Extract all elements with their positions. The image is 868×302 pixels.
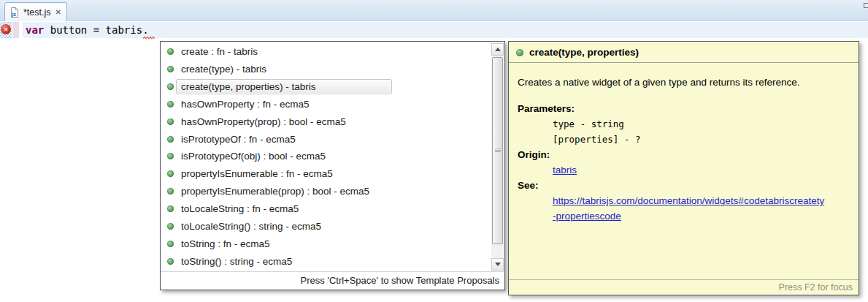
scroll-down-button[interactable] (491, 258, 504, 271)
completion-list: create : fn - tabriscreate(type) - tabri… (161, 43, 491, 271)
completion-item[interactable]: toString() : string - ecma5 (161, 252, 491, 270)
javadoc-hover-panel: create(type, properties) Creates a nativ… (508, 41, 859, 295)
scroll-up-button[interactable] (491, 43, 504, 56)
completion-item-label: toLocaleString() : string - ecma5 (176, 219, 392, 234)
doc-line: type - string (553, 116, 850, 132)
completion-scrollbar[interactable] (491, 43, 504, 271)
doc-footer-hint: Press F2 for focus (509, 279, 859, 295)
completion-item[interactable]: hasOwnProperty(prop) : bool - ecma5 (161, 113, 491, 130)
method-bullet-icon (167, 258, 174, 265)
doc-param-text: type - string (553, 118, 624, 129)
code-token: button = tabris. (44, 24, 148, 36)
doc-line: -propertiescode (553, 208, 850, 224)
completion-item[interactable]: hasOwnProperty : fn - ecma5 (161, 96, 491, 113)
completion-item[interactable]: propertyIsEnumerable(prop) : bool - ecma… (161, 183, 491, 200)
error-squiggle-underline (143, 36, 155, 39)
method-bullet-icon (167, 66, 174, 72)
completion-item[interactable]: isPrototypeOf : fn - ecma5 (161, 130, 491, 148)
completion-item-label: isPrototypeOf : fn - ecma5 (176, 132, 392, 147)
scrollbar-thumb[interactable] (492, 57, 503, 244)
arrow-down-icon (495, 263, 501, 269)
method-bullet-icon (167, 83, 174, 90)
doc-section-heading: Parameters: (518, 101, 850, 116)
tab-test-js[interactable]: js *test.js ✕ (4, 2, 67, 21)
doc-section-heading: Origin: (518, 147, 850, 162)
completion-item-label: create(type, properties) - tabris (176, 79, 392, 94)
doc-link[interactable]: -propertiescode (553, 211, 621, 222)
completion-footer-hint: Press 'Ctrl+Space' to show Template Prop… (161, 271, 504, 290)
code-line: var button = tabris. (26, 23, 149, 37)
tab-title: *test.js (23, 7, 51, 18)
doc-line: [properties] - ? (553, 132, 850, 147)
doc-body: Creates a native widget of a given type … (509, 63, 859, 224)
completion-item-label: propertyIsEnumerable(prop) : bool - ecma… (176, 184, 392, 199)
completion-item[interactable]: toLocaleString() : string - ecma5 (161, 217, 491, 235)
completion-item-label: create : fn - tabris (176, 44, 392, 59)
quick-diff-ruler[interactable] (13, 22, 19, 38)
completion-item-label: create(type) - tabris (176, 61, 392, 77)
completion-item-label: toLocaleString : fn - ecma5 (176, 201, 392, 216)
tab-close-icon[interactable]: ✕ (55, 8, 61, 16)
doc-title: create(type, properties) (529, 47, 639, 58)
doc-description: Creates a native widget of a given type … (518, 76, 850, 88)
error-marker-icon[interactable]: ✕ (1, 24, 11, 34)
completion-item-label: hasOwnProperty : fn - ecma5 (176, 97, 392, 112)
method-bullet-icon (167, 48, 174, 55)
js-file-icon: js (9, 7, 20, 18)
method-bullet-icon (167, 241, 174, 247)
completion-item[interactable]: toString : fn - ecma5 (161, 235, 491, 252)
editor-tab-bar: js *test.js ✕ (0, 0, 868, 21)
method-bullet-icon (167, 101, 174, 107)
method-bullet-icon (167, 118, 174, 125)
view-toolbar-button-fragment[interactable] (864, 3, 868, 8)
svg-text:js: js (11, 11, 16, 17)
completion-item[interactable]: create(type) - tabris (161, 61, 491, 78)
completion-item-label: toString() : string - ecma5 (176, 254, 392, 269)
method-bullet-icon (167, 136, 174, 143)
method-bullet-icon (167, 153, 174, 159)
doc-header: create(type, properties) (509, 42, 859, 63)
doc-line: https://tabrisjs.com/documentation/widge… (553, 193, 850, 208)
method-bullet-icon (167, 223, 174, 230)
completion-item[interactable]: isPrototypeOf(obj) : bool - ecma5 (161, 148, 491, 165)
method-bullet-icon (516, 49, 523, 56)
completion-item[interactable]: propertyIsEnumerable : fn - ecma5 (161, 165, 491, 183)
arrow-up-icon (495, 45, 501, 51)
completion-item-label: hasOwnProperty(prop) : bool - ecma5 (176, 114, 392, 129)
method-bullet-icon (167, 170, 174, 177)
completion-item-label: isPrototypeOf(obj) : bool - ecma5 (176, 148, 392, 164)
completion-item-label: propertyIsEnumerable : fn - ecma5 (176, 166, 392, 181)
doc-sections: Parameters:type - string[properties] - ?… (518, 101, 850, 224)
doc-link[interactable]: tabris (553, 165, 577, 175)
doc-param-text: [properties] - ? (553, 134, 640, 145)
completion-item[interactable]: create : fn - tabris (161, 43, 491, 61)
completion-item[interactable]: toLocaleString : fn - ecma5 (161, 200, 491, 218)
doc-line: tabris (553, 162, 850, 178)
method-bullet-icon (167, 188, 174, 195)
scrollbar-grip-icon (495, 149, 501, 153)
keyword-token: var (26, 24, 44, 36)
content-assist-popup: create : fn - tabriscreate(type) - tabri… (160, 41, 505, 290)
annotation-ruler[interactable]: ✕ (0, 22, 12, 38)
completion-item-label: toString : fn - ecma5 (176, 236, 392, 252)
completion-item[interactable]: create(type, properties) - tabris (161, 78, 491, 96)
method-bullet-icon (167, 205, 174, 212)
doc-link[interactable]: https://tabrisjs.com/documentation/widge… (553, 195, 824, 206)
doc-section-heading: See: (518, 178, 850, 193)
